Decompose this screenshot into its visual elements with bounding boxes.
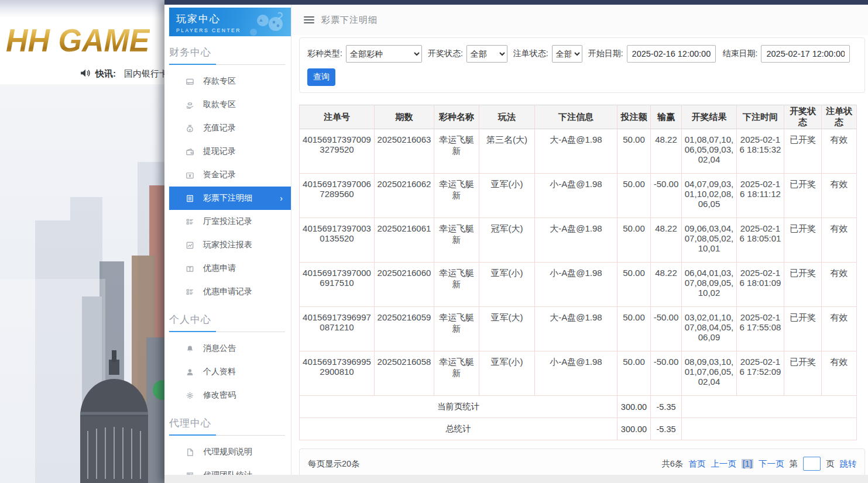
sidebar-item-funds-record[interactable]: 资金记录: [169, 163, 291, 187]
sidebar-item-profile[interactable]: 个人资料: [169, 360, 291, 384]
city-skyline-image: [0, 86, 168, 483]
bet-detail-icon: [185, 194, 194, 203]
cell-bet-info: 小-A盘@1.98: [535, 263, 617, 307]
cell-winloss: 48.22: [651, 218, 682, 263]
cell-lottery-name: 幸运飞艇新: [434, 351, 479, 396]
sidebar-item-recharge-record[interactable]: 充值记录: [169, 116, 291, 140]
sidebar-item-player-bet-report[interactable]: 玩家投注报表: [169, 233, 291, 257]
cell-bet-amount: 50.00: [617, 307, 651, 351]
prev-page-link[interactable]: 上一页: [711, 458, 736, 470]
cell-order-status: 有效: [822, 174, 857, 218]
cell-bet-time: 2025-02-16 18:05:01: [737, 218, 784, 263]
summary-bet-total: 300.00: [617, 396, 651, 418]
cell-bet-time: 2025-02-16 17:55:08: [737, 307, 784, 351]
cell-draw-status: 已开奖: [784, 129, 822, 174]
col-draw-result: 开奖结果: [682, 105, 737, 129]
cell-bet-info: 大-A盘@1.98: [535, 218, 617, 263]
cell-lottery-name: 幸运飞艇新: [434, 307, 479, 351]
table-row: 401569173969952900810 20250216058 幸运飞艇新 …: [300, 351, 857, 396]
jump-prefix-text: 第: [789, 458, 798, 470]
sidebar-item-lottery-bet-detail[interactable]: 彩票下注明细 ›: [169, 187, 291, 210]
cell-play: 亚军(小): [479, 351, 535, 396]
col-lottery-name: 彩种名称: [434, 105, 479, 129]
table-row: 401569173970006917510 20250216060 幸运飞艇新 …: [300, 263, 857, 307]
top-navy-bar: [164, 0, 868, 5]
cell-order-status: 有效: [822, 218, 857, 263]
sidebar-item-announcements[interactable]: 消息公告: [169, 337, 291, 360]
news-icon: [185, 471, 194, 475]
section-finance-center: 财务中心: [169, 46, 285, 65]
cell-period: 20250216059: [375, 307, 434, 351]
cell-lottery-name: 幸运飞艇新: [434, 129, 479, 174]
lottery-type-label: 彩种类型:: [307, 49, 342, 59]
draw-status-label: 开奖状态:: [428, 49, 463, 59]
sidebar-item-agent-team-stats[interactable]: 代理团队统计: [169, 464, 291, 475]
sidebar-item-withdrawal-record[interactable]: 提现记录: [169, 140, 291, 163]
cell-winloss: 48.22: [651, 129, 682, 174]
end-date-input[interactable]: [761, 45, 850, 63]
jump-button[interactable]: 跳转: [839, 458, 856, 470]
cell-period: 20250216063: [375, 129, 434, 174]
gear-icon: [185, 391, 194, 400]
cell-period: 20250216060: [375, 263, 434, 307]
sidebar-item-withdraw[interactable]: 取款专区: [169, 93, 291, 116]
cell-lottery-name: 幸运飞艇新: [434, 174, 479, 218]
players-center-overlay: 玩家中心 PLAYERS CENTER 财务中心: [164, 0, 868, 483]
first-page-link[interactable]: 首页: [688, 458, 705, 470]
summary-label: 当前页统计: [300, 396, 617, 418]
hamburger-menu-icon[interactable]: [304, 16, 314, 23]
current-page-summary-row: 当前页统计 300.00 -5.35: [300, 396, 857, 418]
next-page-link[interactable]: 下一页: [759, 458, 784, 470]
sidebar-item-label: 取款专区: [203, 99, 236, 110]
grand-total-row: 总统计 300.00 -5.35: [300, 418, 857, 440]
sidebar-item-promo-record[interactable]: 优惠申请记录: [169, 280, 291, 303]
cell-bet-info: 大-A盘@1.98: [535, 307, 617, 351]
sidebar-item-change-password[interactable]: 修改密码: [169, 384, 291, 407]
cell-draw-status: 已开奖: [784, 263, 822, 307]
cell-order-no: 401569173969970871210: [300, 307, 375, 351]
col-order-no: 注单号: [300, 105, 375, 129]
logo-band: HH GAME: [0, 18, 168, 63]
ticker-label: 快讯:: [95, 68, 116, 80]
money-record-icon: [185, 170, 194, 180]
sidebar-item-deposit[interactable]: 存款专区: [169, 70, 291, 93]
col-bet-info: 下注信息: [535, 105, 617, 129]
sidebar-item-label: 优惠申请: [203, 263, 236, 274]
bet-detail-table: 注单号 期数 彩种名称 玩法 下注信息 投注额 输赢 开奖结果 下注时间 开奖状…: [299, 105, 857, 440]
summary-empty: [682, 396, 857, 418]
lottery-type-select[interactable]: 全部彩种: [346, 45, 422, 63]
draw-status-select[interactable]: 全部: [466, 45, 507, 63]
table-row: 401569173970093279520 20250216063 幸运飞艇新 …: [300, 129, 857, 174]
cell-order-status: 有效: [822, 263, 857, 307]
table-row: 401569173969970871210 20250216059 幸运飞艇新 …: [300, 307, 857, 351]
cell-bet-time: 2025-02-16 18:01:09: [737, 263, 784, 307]
cell-draw-result: 08,09,03,10,01,07,06,05,02,04: [682, 351, 737, 396]
order-status-select[interactable]: 全部: [552, 45, 582, 63]
sidebar-item-label: 代理规则说明: [203, 447, 252, 457]
page-title: 彩票下注明细: [321, 15, 378, 26]
sidebar-item-label: 彩票下注明细: [203, 193, 252, 203]
sidebar-item-agent-rules[interactable]: 代理规则说明: [169, 440, 291, 464]
finance-menu: 存款专区 取款专区 充值记录 提现记录: [164, 70, 291, 303]
sidebar-item-promo-apply[interactable]: 优惠申请: [169, 257, 291, 280]
sidebar-item-hall-bet-record[interactable]: 厅室投注记录: [169, 210, 291, 233]
col-bet-amount: 投注额: [617, 105, 651, 129]
hh-game-logo: HH GAME: [0, 22, 150, 59]
col-order-status: 注单状态: [822, 105, 857, 129]
summary-winloss-total: -5.35: [651, 418, 682, 440]
search-button[interactable]: 查询: [307, 68, 335, 86]
sidebar-item-label: 优惠申请记录: [203, 287, 252, 297]
cell-winloss: 48.22: [651, 263, 682, 307]
chevron-right-icon: ›: [280, 194, 283, 203]
cell-draw-status: 已开奖: [784, 351, 822, 396]
page-jump-input[interactable]: [803, 457, 821, 471]
start-date-input[interactable]: [627, 45, 716, 63]
table-row: 401569173970067289560 20250216062 幸运飞艇新 …: [300, 174, 857, 218]
cell-play: 亚军(大): [479, 307, 535, 351]
page-size-text: 每页显示20条: [308, 458, 360, 470]
summary-label: 总统计: [300, 418, 617, 440]
cell-lottery-name: 幸运飞艇新: [434, 218, 479, 263]
sidebar-header: 玩家中心 PLAYERS CENTER: [169, 8, 291, 36]
cell-play: 冠军(大): [479, 218, 535, 263]
sidebar-item-label: 存款专区: [203, 76, 236, 87]
